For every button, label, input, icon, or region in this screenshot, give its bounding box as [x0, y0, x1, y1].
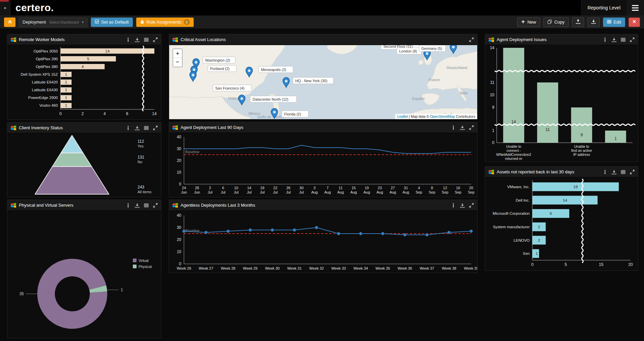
svg-text:10: 10 — [234, 186, 238, 190]
svg-text:Italia: Italia — [460, 91, 468, 95]
svg-text:returned er: returned er — [505, 157, 523, 161]
download-button[interactable] — [135, 37, 140, 42]
svg-text:Xen: Xen — [523, 251, 530, 255]
close-dashboard-button[interactable] — [629, 18, 640, 27]
expand-button[interactable] — [153, 126, 158, 130]
svg-text:14: 14 — [490, 45, 495, 50]
client-inventory-status-chart: 112Yes131No243All items — [7, 133, 161, 197]
svg-text:9: 9 — [580, 133, 583, 137]
table-icon — [607, 20, 611, 25]
topbar: ▸ certero. Reporting Level — [0, 0, 644, 15]
expand-button[interactable] — [469, 203, 474, 208]
svg-text:131: 131 — [138, 155, 144, 160]
zoom-out-button[interactable]: − — [173, 58, 182, 67]
plus-icon — [521, 20, 525, 25]
leaflet-link[interactable]: Leaflet — [397, 114, 408, 118]
svg-text:Physical: Physical — [139, 265, 152, 269]
svg-text:No: No — [138, 160, 142, 164]
panel-agentless-deployments: Agentless Deployments Last 3 Months 0102… — [169, 200, 478, 273]
svg-text:5: 5 — [565, 262, 567, 267]
panel-remote-worker-models: Remote Worker Models 024614OptiPlex 3050… — [7, 34, 161, 120]
edit-button[interactable]: Edit — [603, 18, 625, 27]
expand-button[interactable] — [469, 125, 474, 130]
table-button[interactable] — [144, 37, 149, 42]
expand-button[interactable] — [469, 37, 474, 42]
svg-text:Portland (2): Portland (2) — [210, 67, 229, 71]
info-button[interactable] — [603, 170, 607, 174]
download-button[interactable] — [612, 170, 616, 174]
svg-text:1: 1 — [65, 80, 67, 84]
table-button[interactable] — [144, 203, 149, 208]
panel-title: Assets not reported back in last 30 days — [497, 169, 600, 174]
svg-text:OptiPlex 380: OptiPlex 380 — [36, 65, 58, 69]
download-button[interactable] — [460, 203, 465, 208]
table-icon — [621, 170, 626, 174]
svg-text:1: 1 — [65, 96, 67, 100]
info-icon — [603, 37, 607, 42]
expand-button[interactable] — [630, 170, 635, 174]
table-button[interactable] — [621, 37, 626, 42]
zoom-in-button[interactable]: + — [173, 49, 182, 58]
panel-agent-deployment-issues: Agent Deployment Issues 019101114141191U… — [485, 34, 638, 162]
reporting-level-button[interactable]: Reporting Level — [581, 0, 627, 15]
expand-button[interactable] — [630, 37, 635, 42]
svg-text:WNetAddConnection2: WNetAddConnection2 — [496, 152, 531, 157]
expand-button[interactable] — [153, 203, 158, 208]
download-button[interactable] — [135, 126, 140, 130]
close-icon — [632, 20, 636, 25]
role-assignments-button[interactable]: Role Assignments 0 — [136, 18, 194, 27]
svg-text:0: 0 — [60, 111, 62, 116]
svg-text:3: 3 — [313, 186, 315, 190]
menu-button[interactable] — [627, 0, 644, 15]
info-button[interactable] — [451, 203, 456, 208]
svg-text:2: 2 — [81, 111, 84, 116]
export-button[interactable] — [572, 18, 584, 27]
svg-text:Jul: Jul — [208, 190, 213, 194]
svg-text:15: 15 — [351, 186, 355, 190]
download-button[interactable] — [135, 203, 140, 208]
panel-physical-virtual-servers: Physical and Virtual Servers 351VirtualP… — [7, 200, 161, 338]
panel-title: Client Inventory Status — [19, 125, 123, 130]
svg-text:35: 35 — [20, 292, 24, 296]
info-button[interactable] — [451, 125, 456, 130]
svg-text:Aug: Aug — [389, 190, 396, 194]
svg-text:1: 1 — [536, 251, 538, 255]
info-button[interactable] — [603, 37, 607, 42]
table-button[interactable] — [621, 170, 626, 174]
download-button[interactable] — [612, 37, 616, 42]
set-default-button[interactable]: Set as Default — [91, 18, 133, 27]
asset-locations-map[interactable]: UnitedMéxicoGolfo de MéxicoFranceDeutsch… — [169, 45, 477, 119]
panel-header: Assets not reported back in last 30 days — [485, 167, 638, 177]
copy-button[interactable]: Copy — [543, 18, 568, 27]
windows-logo-icon — [173, 203, 178, 208]
svg-text:Sep: Sep — [468, 190, 475, 194]
svg-text:Aug: Aug — [403, 190, 409, 194]
import-button[interactable] — [588, 18, 600, 27]
svg-text:40: 40 — [177, 213, 182, 218]
table-button[interactable] — [144, 126, 149, 130]
download-icon — [135, 37, 140, 42]
hamburger-icon — [632, 5, 639, 6]
info-button[interactable] — [126, 203, 130, 208]
svg-text:Week 39: Week 39 — [464, 266, 477, 270]
svg-text:0: 0 — [179, 182, 181, 186]
dashboard-select[interactable]: Deployment Select Dashboard ▾ — [19, 18, 87, 27]
panel-title: Agent Deployment Issues — [497, 37, 600, 42]
expand-button[interactable] — [153, 37, 158, 42]
svg-text:France: France — [428, 78, 440, 82]
sidebar-toggle-button[interactable]: ▸ — [0, 0, 11, 15]
upload-icon — [576, 19, 580, 25]
expand-icon — [469, 125, 474, 130]
osm-link[interactable]: OpenStreetMap — [430, 114, 455, 118]
new-button[interactable]: New — [517, 18, 540, 27]
info-button[interactable] — [126, 37, 130, 42]
svg-text:30: 30 — [177, 146, 182, 151]
svg-text:Week 34: Week 34 — [353, 266, 368, 270]
svg-text:14: 14 — [152, 111, 157, 116]
download-button[interactable] — [460, 125, 465, 130]
collapse-toolbar-button[interactable] — [4, 18, 15, 27]
info-button[interactable] — [126, 126, 130, 130]
svg-text:22: 22 — [273, 186, 277, 190]
svg-text:Week 36: Week 36 — [397, 266, 412, 270]
svg-text:40: 40 — [177, 135, 182, 139]
